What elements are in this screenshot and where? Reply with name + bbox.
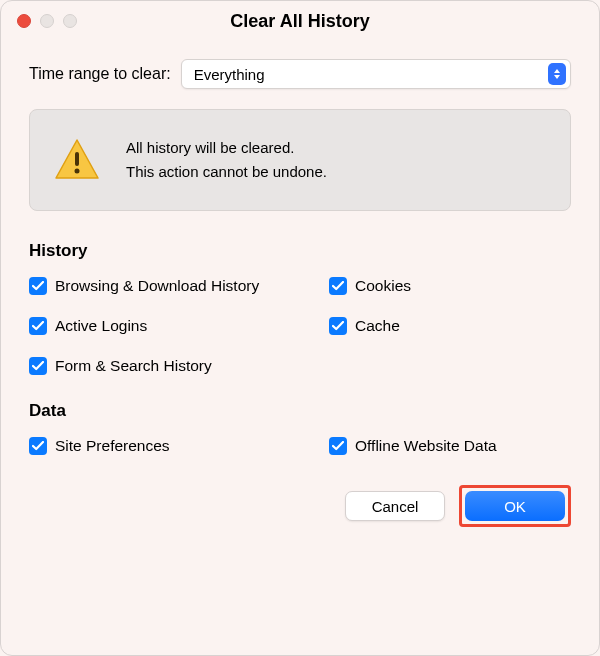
data-section-title: Data xyxy=(29,401,571,421)
dialog-clear-history: Clear All History Time range to clear: E… xyxy=(0,0,600,656)
dialog-content: Time range to clear: Everything All hist… xyxy=(1,41,599,551)
checkbox-cookies[interactable]: Cookies xyxy=(329,277,571,295)
checkbox-label: Browsing & Download History xyxy=(55,277,259,295)
warning-icon xyxy=(54,138,104,183)
history-options: Browsing & Download History Cookies Acti… xyxy=(29,277,571,375)
checkbox-form-search-history[interactable]: Form & Search History xyxy=(29,357,329,375)
checkbox-label: Offline Website Data xyxy=(355,437,497,455)
time-range-value: Everything xyxy=(194,66,265,83)
time-range-label: Time range to clear: xyxy=(29,65,171,83)
checkmark-icon xyxy=(29,437,47,455)
checkbox-label: Cookies xyxy=(355,277,411,295)
checkmark-icon xyxy=(329,317,347,335)
warning-line2: This action cannot be undone. xyxy=(126,160,327,184)
select-stepper-icon xyxy=(548,63,566,85)
checkbox-active-logins[interactable]: Active Logins xyxy=(29,317,329,335)
checkbox-cache[interactable]: Cache xyxy=(329,317,571,335)
ok-button-highlight: OK xyxy=(459,485,571,527)
titlebar: Clear All History xyxy=(1,1,599,41)
checkbox-label: Site Preferences xyxy=(55,437,170,455)
checkbox-offline-website-data[interactable]: Offline Website Data xyxy=(329,437,571,455)
checkbox-browsing-history[interactable]: Browsing & Download History xyxy=(29,277,329,295)
checkmark-icon xyxy=(29,317,47,335)
checkbox-label: Active Logins xyxy=(55,317,147,335)
checkbox-label: Cache xyxy=(355,317,400,335)
cancel-button[interactable]: Cancel xyxy=(345,491,445,521)
dialog-title: Clear All History xyxy=(1,11,599,32)
checkmark-icon xyxy=(329,277,347,295)
checkbox-label: Form & Search History xyxy=(55,357,212,375)
svg-point-1 xyxy=(75,168,80,173)
checkmark-icon xyxy=(29,277,47,295)
warning-text: All history will be cleared. This action… xyxy=(126,136,327,184)
dialog-footer: Cancel OK xyxy=(29,485,571,527)
warning-line1: All history will be cleared. xyxy=(126,136,327,160)
time-range-row: Time range to clear: Everything xyxy=(29,59,571,89)
data-options: Site Preferences Offline Website Data xyxy=(29,437,571,455)
ok-button[interactable]: OK xyxy=(465,491,565,521)
svg-rect-0 xyxy=(75,152,79,166)
checkbox-site-preferences[interactable]: Site Preferences xyxy=(29,437,329,455)
time-range-select[interactable]: Everything xyxy=(181,59,571,89)
warning-panel: All history will be cleared. This action… xyxy=(29,109,571,211)
checkmark-icon xyxy=(29,357,47,375)
checkmark-icon xyxy=(329,437,347,455)
history-section-title: History xyxy=(29,241,571,261)
